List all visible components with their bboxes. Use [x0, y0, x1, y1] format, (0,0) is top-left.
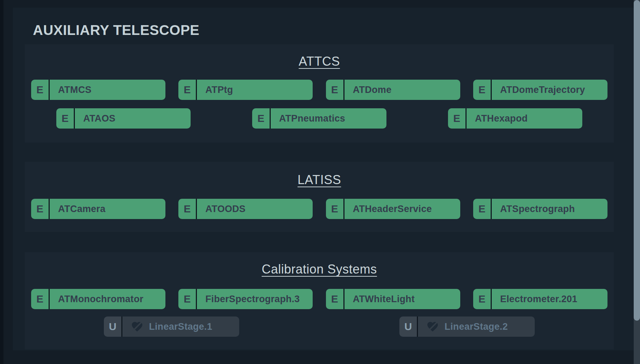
- csc-name: LinearStage.1: [149, 321, 212, 332]
- csc-name: ATMonochromator: [50, 289, 165, 309]
- state-badge: E: [31, 289, 49, 309]
- summary-card: AUXILIARY TELESCOPE ATTCS E ATMCS E ATPt…: [13, 8, 634, 350]
- csc-name: LinearStage.2: [445, 321, 508, 332]
- csc-name-with-icon: LinearStage.2: [418, 316, 535, 337]
- csc-button-linearstage-1[interactable]: U LinearStage.1: [104, 316, 239, 337]
- csc-name: ATHeaderService: [344, 199, 460, 219]
- csc-button-linearstage-2[interactable]: U LinearStage.2: [399, 316, 535, 337]
- csc-button-atmcs[interactable]: E ATMCS: [31, 80, 165, 100]
- state-badge: E: [31, 199, 49, 219]
- state-badge: E: [31, 80, 49, 100]
- csc-button-atptg[interactable]: E ATPtg: [178, 80, 313, 100]
- latiss-row-1: E ATCamera E ATOODS E ATHeaderService E: [25, 199, 614, 219]
- csc-button-atdome[interactable]: E ATDome: [326, 80, 460, 100]
- csc-name: ATPneumatics: [271, 108, 386, 129]
- csc-name: ATOODS: [197, 199, 313, 219]
- csc-name: ATAOS: [75, 108, 191, 129]
- main-view: AUXILIARY TELESCOPE ATTCS E ATMCS E ATPt…: [3, 0, 634, 364]
- csc-name: Electrometer.201: [492, 289, 607, 309]
- csc-name: ATDomeTrajectory: [492, 80, 607, 100]
- csc-button-atcamera[interactable]: E ATCamera: [31, 199, 165, 219]
- csc-button-electrometer-201[interactable]: E Electrometer.201: [473, 289, 607, 309]
- csc-name: FiberSpectrograph.3: [197, 289, 313, 309]
- state-badge: U: [104, 316, 121, 337]
- csc-button-atwhitelight[interactable]: E ATWhiteLight: [326, 289, 460, 309]
- panel-latiss-title-link[interactable]: LATISS: [298, 173, 341, 187]
- csc-button-athexapod[interactable]: E ATHexapod: [448, 108, 582, 129]
- csc-name: ATDome: [344, 80, 460, 100]
- csc-name: ATHexapod: [467, 108, 582, 129]
- state-badge: E: [178, 80, 196, 100]
- calibration-row-1: E ATMonochromator E FiberSpectrograph.3 …: [25, 289, 614, 309]
- csc-name: ATSpectrograph: [492, 199, 607, 219]
- panel-calibration-heading: Calibration Systems: [25, 262, 614, 277]
- state-badge: U: [399, 316, 417, 337]
- csc-name: ATPtg: [197, 80, 313, 100]
- attcs-row-2: E ATAOS E ATPneumatics E ATHexapod: [25, 108, 614, 129]
- panel-latiss-heading: LATISS: [25, 173, 614, 187]
- state-badge: E: [326, 199, 343, 219]
- state-badge: E: [252, 108, 270, 129]
- panel-calibration-systems: Calibration Systems E ATMonochromator E …: [25, 252, 614, 349]
- csc-name: ATWhiteLight: [344, 289, 460, 309]
- state-badge: E: [178, 199, 196, 219]
- panel-attcs-title-link[interactable]: ATTCS: [299, 54, 340, 68]
- vertical-scrollbar[interactable]: [634, 0, 640, 364]
- csc-name: ATMCS: [50, 80, 165, 100]
- state-badge: E: [178, 289, 196, 309]
- csc-button-atpneumatics[interactable]: E ATPneumatics: [252, 108, 386, 129]
- state-badge: E: [448, 108, 465, 129]
- state-badge: E: [56, 108, 74, 129]
- state-badge: E: [473, 289, 491, 309]
- state-badge: E: [326, 80, 343, 100]
- state-badge: E: [473, 199, 491, 219]
- heart-slash-icon: [426, 320, 439, 333]
- scrollbar-thumb[interactable]: [634, 0, 640, 321]
- panel-calibration-title-link[interactable]: Calibration Systems: [262, 262, 377, 276]
- panel-attcs: ATTCS E ATMCS E ATPtg E ATDome: [25, 44, 614, 143]
- csc-button-atmonochromator[interactable]: E ATMonochromator: [31, 289, 165, 309]
- csc-name-with-icon: LinearStage.1: [122, 316, 239, 337]
- panel-latiss: LATISS E ATCamera E ATOODS E ATHeaderSer…: [25, 162, 614, 232]
- page-title: AUXILIARY TELESCOPE: [33, 22, 199, 38]
- state-badge: E: [473, 80, 491, 100]
- csc-button-atoods[interactable]: E ATOODS: [178, 199, 313, 219]
- csc-button-atspectrograph[interactable]: E ATSpectrograph: [473, 199, 607, 219]
- csc-button-ataos[interactable]: E ATAOS: [56, 108, 191, 129]
- csc-button-fiberspectrograph-3[interactable]: E FiberSpectrograph.3: [178, 289, 313, 309]
- csc-button-atheaderservice[interactable]: E ATHeaderService: [326, 199, 460, 219]
- csc-name: ATCamera: [50, 199, 165, 219]
- attcs-row-1: E ATMCS E ATPtg E ATDome E ATDom: [25, 80, 614, 100]
- calibration-row-2: U LinearStage.1 U LinearStage.2: [25, 316, 614, 337]
- heart-slash-icon: [131, 320, 143, 333]
- state-badge: E: [326, 289, 343, 309]
- panel-attcs-heading: ATTCS: [25, 54, 614, 69]
- csc-button-atdometrajectory[interactable]: E ATDomeTrajectory: [473, 80, 607, 100]
